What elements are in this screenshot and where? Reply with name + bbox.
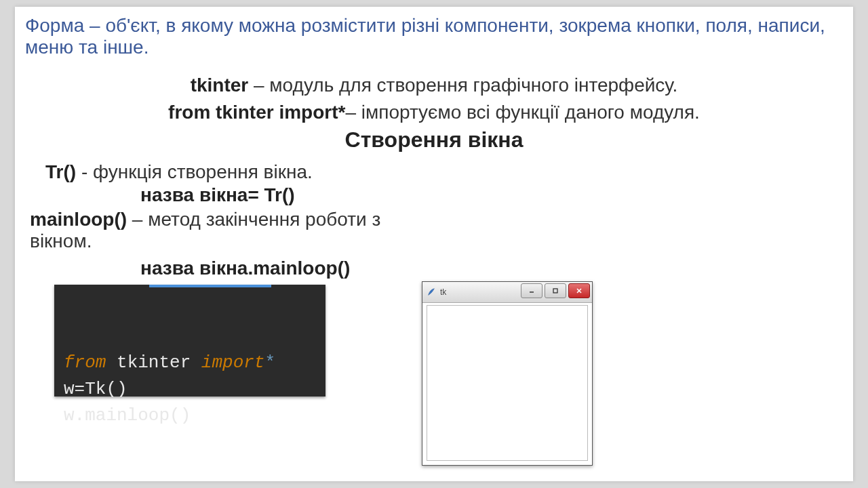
tk-feather-icon	[427, 287, 436, 297]
mainloop-bold: mainloop()	[30, 209, 127, 230]
tkinter-line: tkinter – модуль для створення графічног…	[15, 75, 853, 96]
import-bold: from tkinter import*	[168, 102, 345, 123]
tkinter-bold: tkinter	[191, 75, 249, 96]
mainloop-line: mainloop() – метод закінчення роботи з в…	[30, 209, 410, 252]
code-line-2: w=Tk()	[64, 379, 127, 399]
minimize-button[interactable]	[521, 283, 542, 298]
import-star: *	[264, 352, 275, 373]
tr-bold: Tr()	[45, 161, 76, 182]
slide: Форма – об'єкт, в якому можна розмістити…	[15, 7, 853, 481]
tk-title-text: tk	[440, 287, 521, 297]
module-name: tkinter	[106, 352, 201, 373]
editor-tab-indicator	[149, 285, 271, 287]
keyword-from: from	[64, 352, 106, 373]
window-name-assign: назва вікна= Tr()	[140, 184, 295, 206]
tr-line: Tr() - функція створення вікна.	[45, 161, 313, 183]
tk-window-buttons	[521, 282, 592, 302]
code-editor: from tkinter import* w=Tk() w.mainloop()	[54, 285, 326, 396]
tk-titlebar[interactable]: tk	[422, 282, 592, 303]
heading-create-window: Створення вікна	[15, 127, 853, 152]
maximize-button[interactable]	[545, 283, 566, 298]
tk-client-area	[427, 305, 588, 461]
close-button[interactable]	[568, 283, 590, 298]
tr-rest: - функція створення вікна.	[76, 161, 313, 182]
code-line-3: w.mainloop()	[64, 405, 191, 426]
keyword-import: import	[201, 352, 265, 373]
tkinter-rest: – модуль для створення графічного інтерф…	[248, 75, 677, 96]
import-rest: – імпортуємо всі функції даного модуля.	[345, 102, 699, 123]
import-line: from tkinter import*– імпортуємо всі фун…	[15, 102, 853, 123]
svg-rect-1	[553, 289, 557, 293]
intro-text: Форма – об'єкт, в якому можна розмістити…	[25, 15, 839, 58]
window-name-mainloop: назва вікна.mainloop()	[140, 258, 350, 279]
intro-blue: Форма – об'єкт, в якому можна розмістити…	[25, 15, 825, 58]
tk-window: tk	[422, 281, 593, 466]
